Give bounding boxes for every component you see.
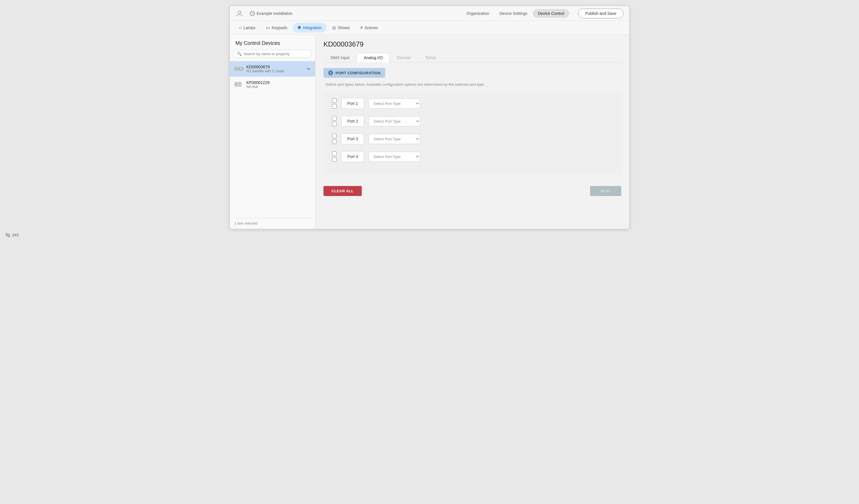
device-icon-kp00001229 [234,81,243,88]
device-info-kp00001229: KP00001229 N4 Hub [246,80,311,89]
device-name-kd00003679: KD00003679 [246,64,304,69]
top-nav: ⊙ Example Installation Organization Devi… [230,6,629,21]
svg-rect-2 [236,68,238,70]
integration-icon: ✱ [298,25,301,30]
keypads-icon: ▭ [266,25,270,30]
keypads-label: Keypads [272,26,287,30]
lamps-icon: ○ [239,25,242,30]
search-icon: 🔍 [237,51,242,56]
port-2-label: Port 2 [341,116,364,126]
tab-dmx-input[interactable]: DMX Input [323,53,357,62]
installation-icon: ⊙ [250,11,255,16]
sidebar-title: My Control Devices [230,34,315,50]
user-icon [236,10,243,17]
port-1-checkboxes [332,98,337,109]
svg-rect-7 [238,85,240,85]
port-1-checkbox-top[interactable] [332,98,337,103]
port-row-2: Port 2 Select Port Type [332,116,613,126]
device-name-kp00001229: KP00001229 [246,80,311,85]
device-list: KD00003679 N3 Satellite with 2 Linear ✏ [230,61,315,218]
port-4-select[interactable]: Select Port Type [368,152,420,162]
port-4-checkbox-bottom[interactable] [332,157,337,162]
user-icon-area [236,10,243,17]
scenes-label: Scenes [365,26,378,30]
port-2-checkbox-bottom[interactable] [332,122,337,126]
port-row-3: Port 3 Select Port Type [332,134,613,144]
svg-rect-3 [238,68,241,70]
sidebar-footer: 1 item selected [230,218,315,229]
nav-lamps[interactable]: ○ Lamps [234,23,260,33]
nav-device-control[interactable]: Device Control [533,9,569,18]
installation-label: ⊙ Example Installation [250,11,292,16]
scenes-icon: ≡ [360,25,363,30]
nav-device-settings[interactable]: Device Settings [495,10,532,17]
port-4-checkboxes [332,151,337,162]
main-content: My Control Devices 🔍 [230,34,629,229]
port-3-checkbox-bottom[interactable] [332,139,337,144]
section-info-icon: i [328,70,333,75]
tab-telnet: Telnet [418,53,443,62]
integration-label: Integration [303,26,322,30]
svg-point-5 [236,83,238,85]
device-sub-kp00001229: N4 Hub [246,85,311,89]
right-panel: KD00003679 DMX Input Analog I/O Dimmer T… [316,34,629,229]
publish-save-button[interactable]: Publish and Save [578,9,623,18]
bottom-bar: CLEAR ALL NEXT [323,181,621,196]
nav-shows[interactable]: ◎ Shows [328,22,355,33]
shows-icon: ◎ [332,25,336,30]
svg-point-0 [238,11,241,14]
port-3-label: Port 3 [341,134,364,144]
port-3-checkboxes [332,134,337,144]
shows-label: Shows [338,26,350,30]
search-input[interactable] [243,52,308,56]
port-2-select[interactable]: Select Port Type [368,116,420,126]
port-4-label: Port 4 [341,151,364,162]
sidebar: My Control Devices 🔍 [230,34,316,229]
tabs: DMX Input Analog I/O Dimmer Telnet [323,53,621,62]
clear-all-button[interactable]: CLEAR ALL [323,186,362,196]
device-sub-kd00003679: N3 Satellite with 2 Linear [246,69,304,73]
port-1-checkbox-bottom[interactable] [332,104,337,109]
port-3-checkbox-top[interactable] [332,134,337,138]
figure-label: fig. 141 [6,232,19,237]
port-row-1: Port 1 Select Port Type [332,98,613,109]
port-config-header: i PORT CONFIGURATION [323,68,385,78]
device-item-kd00003679[interactable]: KD00003679 N3 Satellite with 2 Linear ✏ [230,61,315,77]
port-row-4: Port 4 Select Port Type [332,151,613,162]
installation-name: Example Installation [257,11,292,16]
port-2-checkbox-top[interactable] [332,116,337,121]
port-1-label: Port 1 [341,98,364,109]
edit-icon-kd00003679[interactable]: ✏ [307,66,311,71]
ports-area: Port 1 Select Port Type Port 2 Select Po… [323,92,621,174]
nav-organization[interactable]: Organization [462,10,494,17]
search-box[interactable]: 🔍 [233,50,312,58]
selected-count: 1 item selected [234,222,257,226]
lamps-label: Lamps [243,26,255,30]
svg-rect-6 [238,83,240,84]
device-title: KD00003679 [323,40,621,48]
next-button[interactable]: NEXT [590,186,621,196]
port-2-checkboxes [332,116,337,126]
device-info-kd00003679: KD00003679 N3 Satellite with 2 Linear [246,64,304,73]
port-3-select[interactable]: Select Port Type [368,134,420,144]
port-4-checkbox-top[interactable] [332,151,337,156]
nav-scenes[interactable]: ≡ Scenes [356,23,382,33]
device-icon-kd00003679 [234,65,243,73]
top-nav-links: Organization Device Settings Device Cont… [462,9,569,18]
port-1-select[interactable]: Select Port Type [368,98,420,109]
tab-analog-io[interactable]: Analog I/O [357,53,390,62]
section-desc: Define port types below. Available confi… [326,82,621,87]
nav-integration[interactable]: ✱ Integration [293,22,326,33]
section-header-label: PORT CONFIGURATION [335,71,381,75]
device-item-kp00001229[interactable]: KP00001229 N4 Hub [230,77,315,93]
nav-keypads[interactable]: ▭ Keypads [261,22,292,33]
tab-dimmer: Dimmer [390,53,418,62]
secondary-nav: ○ Lamps ▭ Keypads ✱ Integration ◎ Shows … [230,21,629,34]
